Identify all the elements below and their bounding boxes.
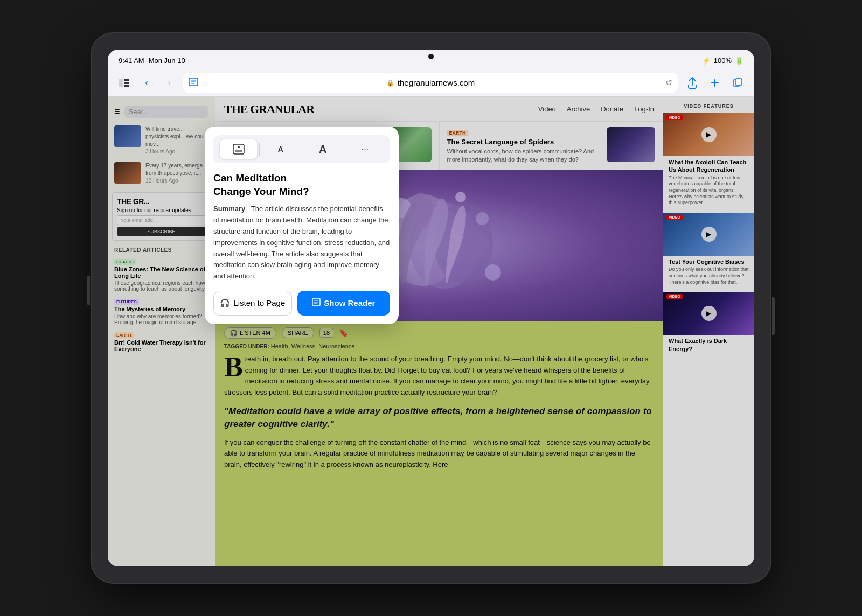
svg-rect-2: [124, 82, 129, 84]
headphones-icon: 🎧: [220, 298, 230, 308]
popup-summary-text: The article discusses the potential bene…: [213, 205, 390, 280]
popup-divider-2: [302, 143, 302, 156]
status-bar: 9:41 AM Mon Jun 10 ⚡ 100% 🔋: [108, 50, 754, 69]
reader-mode-button[interactable]: [189, 77, 198, 89]
listen-to-page-button[interactable]: 🎧 Listen to Page: [213, 291, 292, 316]
forward-button[interactable]: ›: [161, 74, 178, 92]
ipad-screen: 9:41 AM Mon Jun 10 ⚡ 100% 🔋 ‹ ›: [108, 50, 754, 566]
back-button[interactable]: ‹: [138, 74, 155, 92]
battery-icon: 🔋: [735, 57, 743, 65]
popup-actions: 🎧 Listen to Page Show Reader: [213, 291, 390, 316]
sidebar-toggle-button[interactable]: [115, 74, 133, 92]
front-camera: [428, 54, 434, 59]
status-time: 9:41 AM: [119, 57, 144, 65]
reader-icon: [312, 298, 321, 308]
popup-divider-3: [344, 143, 344, 156]
popup-article-title: Can MeditationChange Your Mind?: [213, 172, 390, 198]
popup-summary-label: Summary: [213, 205, 245, 213]
show-reader-button[interactable]: Show Reader: [297, 291, 390, 316]
status-date: Mon Jun 10: [149, 57, 185, 65]
tabs-button[interactable]: [728, 74, 747, 92]
url-text: thegranularnews.com: [398, 78, 475, 87]
browser-toolbar: ‹ › 🔒 thegranularnews.com ↺: [108, 69, 754, 97]
svg-rect-9: [735, 79, 742, 85]
share-button[interactable]: [683, 74, 701, 92]
popup-reader-icon-button[interactable]: [220, 139, 257, 159]
svg-rect-18: [233, 144, 244, 154]
listen-page-label: Listen to Page: [233, 298, 285, 307]
svg-rect-1: [124, 79, 129, 81]
reload-button[interactable]: ↺: [665, 78, 672, 88]
battery-text: 100%: [714, 57, 732, 65]
reader-popup: A A ··· Can MeditationChange Your Mind? …: [205, 127, 399, 324]
svg-point-19: [238, 146, 240, 148]
browser-content: ≡ Sear... Will time trave... physicists …: [108, 97, 754, 566]
popup-toolbar: A A ···: [213, 135, 390, 163]
ipad-device: 9:41 AM Mon Jun 10 ⚡ 100% 🔋 ‹ ›: [92, 33, 770, 583]
toolbar-actions: [683, 74, 747, 92]
svg-rect-3: [124, 85, 129, 87]
wifi-icon: ⚡: [702, 57, 711, 65]
popup-large-font-button[interactable]: A: [304, 139, 342, 159]
popup-summary: Summary The article discusses the potent…: [213, 204, 390, 282]
show-reader-label: Show Reader: [324, 298, 375, 307]
svg-rect-0: [119, 79, 123, 87]
url-bar[interactable]: 🔒 thegranularnews.com ↺: [183, 73, 678, 93]
popup-more-options-button[interactable]: ···: [346, 139, 384, 159]
popup-small-font-button[interactable]: A: [262, 139, 299, 159]
popup-divider-1: [259, 143, 260, 156]
add-tab-button[interactable]: [706, 74, 724, 92]
lock-icon: 🔒: [386, 79, 394, 87]
